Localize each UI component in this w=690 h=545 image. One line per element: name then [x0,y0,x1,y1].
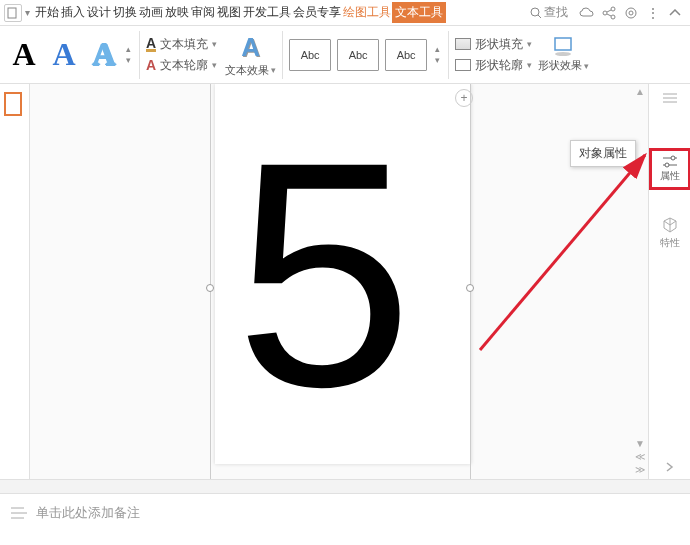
search-box[interactable]: 查找 [530,4,568,21]
shape-fill-icon [455,38,471,50]
svg-point-1 [531,8,539,16]
slide-text-content[interactable]: 5 [235,114,413,434]
guide-right[interactable] [470,84,471,479]
shape-style-2[interactable]: Abc [337,39,379,71]
tab-view[interactable]: 视图 [216,4,242,21]
shape-effects-button[interactable]: 形状效果 ▾ [538,36,589,73]
settings-icon[interactable] [620,2,642,24]
text-effects-dropdown[interactable]: ▾ [271,65,276,75]
guide-handle-left[interactable] [206,284,214,292]
tab-member[interactable]: 会员专享 [292,4,342,21]
svg-point-8 [626,8,636,18]
text-fill-button[interactable]: A 文本填充 ▾ [146,36,217,53]
svg-rect-0 [8,8,16,18]
file-menu-button[interactable] [4,4,22,22]
wordart-style-1[interactable]: A [4,34,44,76]
svg-point-18 [665,163,669,167]
wordart-style-3[interactable]: A [84,34,124,76]
properties-label: 属性 [660,169,680,183]
next-slide-icon[interactable]: ≫ [635,464,645,475]
shape-outline-icon [455,59,471,71]
shape-fill-dropdown[interactable]: ▾ [527,39,532,49]
sliders-icon [661,155,679,169]
tab-drawtools[interactable]: 绘图工具 [342,4,392,21]
tab-slideshow[interactable]: 放映 [164,4,190,21]
add-slide-button[interactable]: + [455,89,473,107]
shape-effects-dropdown[interactable]: ▾ [584,61,589,71]
collapse-ribbon-icon[interactable] [664,2,686,24]
guide-handle-right[interactable] [466,284,474,292]
svg-point-16 [671,156,675,160]
shape-style-1[interactable]: Abc [289,39,331,71]
tab-review[interactable]: 审阅 [190,4,216,21]
tab-animation[interactable]: 动画 [138,4,164,21]
tab-design[interactable]: 设计 [86,4,112,21]
svg-line-6 [607,10,611,12]
tab-texttools[interactable]: 文本工具 [392,2,446,23]
svg-point-3 [603,11,607,15]
file-menu-dropdown[interactable]: ▾ [25,7,30,18]
wordart-style-expand[interactable]: ▴▾ [124,44,133,66]
svg-line-2 [538,15,541,18]
text-effects-label: 文本效果 [225,63,269,78]
shape-effects-icon [552,36,576,58]
shape-style-3[interactable]: Abc [385,39,427,71]
horizontal-scrollbar[interactable] [0,479,690,493]
wordart-style-2[interactable]: A [44,34,84,76]
prev-slide-icon[interactable]: ≪ [635,451,645,462]
shape-outline-button[interactable]: 形状轮廓 ▾ [455,57,532,74]
svg-point-11 [555,52,571,56]
panel-collapse-icon[interactable] [649,457,690,479]
shape-fill-button[interactable]: 形状填充 ▾ [455,36,532,53]
panel-menu-icon[interactable] [649,88,690,110]
vertical-scrollbar[interactable]: ▲ ▼ ≪ ≫ [634,86,646,475]
text-effects-button[interactable]: A 文本效果 ▾ [225,32,276,78]
text-outline-icon: A [146,57,156,73]
svg-point-5 [611,15,615,19]
notes-pane[interactable]: 单击此处添加备注 [0,493,690,531]
tab-insert[interactable]: 插入 [60,4,86,21]
guide-left[interactable] [210,84,211,479]
tab-transition[interactable]: 切换 [112,4,138,21]
text-fill-dropdown[interactable]: ▾ [212,39,217,49]
cube-icon [661,216,679,234]
shape-fill-label: 形状填充 [475,36,523,53]
shape-effects-label: 形状效果 [538,58,582,73]
more-menu[interactable]: ⋮ [646,5,660,21]
traits-label: 特性 [660,236,680,250]
object-properties-tooltip: 对象属性 [570,140,636,167]
properties-panel-button[interactable]: 属性 [649,148,691,190]
right-side-panel: 属性 特性 [648,84,690,479]
text-fill-icon: A [146,37,156,52]
slide-thumbnail-panel [0,84,30,479]
text-outline-dropdown[interactable]: ▾ [212,60,217,70]
text-outline-button[interactable]: A 文本轮廓 ▾ [146,57,217,74]
scroll-up-icon[interactable]: ▲ [635,86,645,97]
text-effects-icon: A [241,32,260,63]
svg-line-7 [607,14,611,16]
search-label: 查找 [544,4,568,21]
shape-style-expand[interactable]: ▴▾ [433,44,442,66]
svg-point-9 [629,11,633,15]
notes-icon [10,506,28,520]
text-outline-label: 文本轮廓 [160,57,208,74]
text-fill-label: 文本填充 [160,36,208,53]
tab-start[interactable]: 开始 [34,4,60,21]
shape-outline-dropdown[interactable]: ▾ [527,60,532,70]
share-icon[interactable] [598,2,620,24]
notes-placeholder: 单击此处添加备注 [36,504,140,522]
svg-point-4 [611,7,615,11]
tab-devtools[interactable]: 开发工具 [242,4,292,21]
shape-outline-label: 形状轮廓 [475,57,523,74]
svg-rect-10 [555,38,571,50]
slide-canvas[interactable]: 5 + [30,84,648,479]
traits-panel-button[interactable]: 特性 [649,212,690,254]
cloud-icon[interactable] [576,2,598,24]
slide-thumbnail-1[interactable] [4,92,22,116]
scroll-down-icon[interactable]: ▼ [635,438,645,449]
